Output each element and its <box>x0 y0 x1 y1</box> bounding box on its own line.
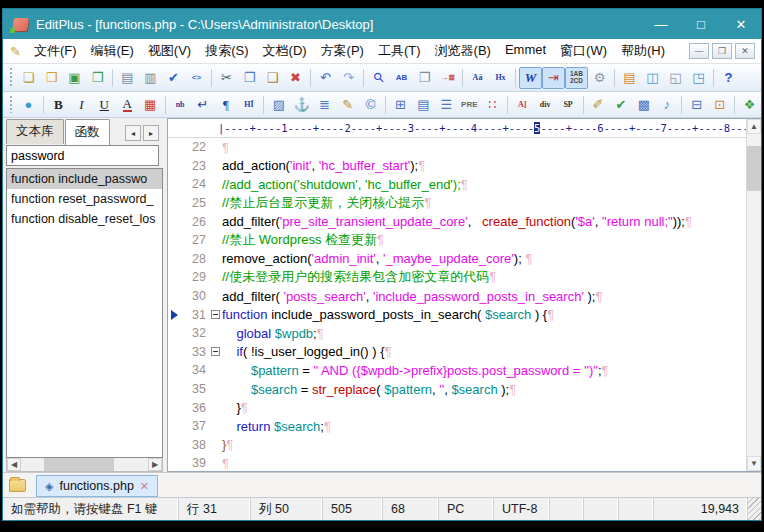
code-line[interactable]: 38}¶ <box>168 436 746 455</box>
insert-image-button[interactable]: ▨ <box>267 94 290 116</box>
function-list-item[interactable]: function disable_reset_los <box>7 209 162 229</box>
find-next-word-button[interactable]: AB <box>390 67 413 89</box>
line-numbers-button[interactable]: 1AB 2CD <box>565 67 588 89</box>
paragraph-button[interactable]: ¶ <box>214 94 237 116</box>
scrollbar-track[interactable] <box>747 134 761 456</box>
tab-scroll-left-icon[interactable]: ◂ <box>125 125 141 141</box>
save-button[interactable]: ▣ <box>63 67 86 89</box>
print-preview-button[interactable]: ▤ <box>116 67 139 89</box>
code-line[interactable]: 39¶ <box>168 454 746 471</box>
mdi-restore-button[interactable]: ❐ <box>712 43 732 59</box>
code-line[interactable]: 37 return $search;¶ <box>168 417 746 436</box>
mdi-close-button[interactable]: ✕ <box>735 43 755 59</box>
document-list-button[interactable]: ▤ <box>618 67 641 89</box>
code-line[interactable]: 24//add_action('shutdown', 'hc_buffer_en… <box>168 175 746 194</box>
scroll-down-icon[interactable]: ▼ <box>747 456 761 471</box>
span-tag-button[interactable]: SP <box>557 94 580 116</box>
list-button[interactable]: ∷ <box>481 94 504 116</box>
menu-item-project[interactable]: 方案(P) <box>314 39 371 63</box>
syntax-check-button[interactable]: ✔ <box>609 94 632 116</box>
code-line[interactable]: 34 $pattern = " AND ({$wpdb->prefix}post… <box>168 361 746 380</box>
code-line[interactable]: 29//使未登录用户的搜索结果包含加密文章的代码¶ <box>168 268 746 287</box>
new-file-button[interactable]: ❏ <box>17 67 40 89</box>
scrollbar-thumb[interactable] <box>44 458 114 471</box>
code-line[interactable]: 33 if( !is_user_logged_in() ) {¶ <box>168 343 746 362</box>
menu-item-browser[interactable]: 浏览器(B) <box>428 39 498 63</box>
function-list-item[interactable]: function reset_password_ <box>7 189 162 209</box>
radio-checkbox-button[interactable]: ⊡ <box>708 94 731 116</box>
code-line[interactable]: 25//禁止后台显示更新，关闭核心提示¶ <box>168 194 746 213</box>
preferences-gear-button[interactable]: ⚙ <box>588 67 611 89</box>
undo-button[interactable]: ↶ <box>314 67 337 89</box>
menu-item-file[interactable]: 文件(F) <box>27 39 84 63</box>
copy-button[interactable]: ❐ <box>238 67 261 89</box>
window-list-button[interactable]: ◫ <box>641 67 664 89</box>
word-wrap-button[interactable]: W <box>519 67 542 89</box>
tb1-drag-handle[interactable] <box>8 68 14 87</box>
tab-scroll-right-icon[interactable]: ▸ <box>143 125 159 141</box>
code-line[interactable]: 30add_filter( 'posts_search', 'include_p… <box>168 287 746 306</box>
redo-button[interactable]: ↷ <box>337 67 360 89</box>
scroll-up-icon[interactable]: ▲ <box>747 119 761 134</box>
scrollbar-track[interactable] <box>21 458 148 471</box>
named-anchor-button[interactable]: A] <box>511 94 534 116</box>
view-in-browser-button[interactable]: ● <box>17 94 40 116</box>
code-line[interactable]: 23add_action('init', 'hc_buffer_start');… <box>168 157 746 176</box>
cut-button[interactable]: ✂ <box>215 67 238 89</box>
heading-button[interactable]: HĪ <box>237 94 260 116</box>
table-button[interactable]: ⊞ <box>389 94 412 116</box>
find-button[interactable]: ⚲ <box>367 67 390 89</box>
fold-collapse-icon[interactable] <box>211 310 220 319</box>
insert-media-button[interactable]: ▩ <box>632 94 655 116</box>
context-help-button[interactable]: ? <box>717 67 740 89</box>
menu-item-search[interactable]: 搜索(S) <box>198 39 255 63</box>
div-align-button[interactable]: ▤ <box>412 94 435 116</box>
code-line[interactable]: 22¶ <box>168 138 746 157</box>
note-button[interactable]: ✎ <box>336 94 359 116</box>
close-tab-icon[interactable]: ✕ <box>140 480 149 493</box>
scrollbar-thumb[interactable] <box>747 146 761 191</box>
wrap-column-button[interactable]: ⇥ <box>542 67 565 89</box>
mdi-minimize-button[interactable]: — <box>689 43 709 59</box>
bold-button[interactable]: B <box>47 94 70 116</box>
delete-button[interactable]: ✖ <box>284 67 307 89</box>
horizontal-rule-button[interactable]: ≣ <box>313 94 336 116</box>
paste-button[interactable]: ❑ <box>261 67 284 89</box>
toggle-case-button[interactable]: Aā <box>466 67 489 89</box>
preformatted-button[interactable]: PRE <box>458 94 481 116</box>
menu-item-document[interactable]: 文档(D) <box>256 39 314 63</box>
line-break-button[interactable]: ↵ <box>192 94 215 116</box>
sidebar-tab-cliptext[interactable]: 文本库 <box>6 119 64 144</box>
code-line[interactable]: 32 global $wpdb;¶ <box>168 324 746 343</box>
fold-collapse-icon[interactable] <box>211 347 220 356</box>
cliptext-window-button[interactable]: ◱ <box>664 67 687 89</box>
sidebar-horizontal-scrollbar[interactable]: ◀ ▶ <box>6 458 163 472</box>
document-tab-functions-php[interactable]: ◈functions.php✕ <box>36 475 158 497</box>
italic-button[interactable]: I <box>70 94 93 116</box>
windows-colors-button[interactable]: ❖ <box>738 94 761 116</box>
code-surface[interactable]: 22¶23add_action('init', 'hc_buffer_start… <box>168 138 746 471</box>
underline-button[interactable]: U <box>93 94 116 116</box>
editor-vertical-scrollbar[interactable]: ▲ ▼ <box>746 119 761 471</box>
code-line[interactable]: 26add_filter('pre_site_transient_update_… <box>168 212 746 231</box>
div-tag-button[interactable]: div <box>534 94 557 116</box>
code-line[interactable]: 31function include_password_posts_in_sea… <box>168 305 746 324</box>
function-filter-input[interactable] <box>6 145 159 166</box>
folder-icon[interactable] <box>9 479 26 492</box>
anchor-button[interactable]: ⚓ <box>290 94 313 116</box>
spell-check-button[interactable]: ✔ <box>162 67 185 89</box>
browser-window-button[interactable]: ◳ <box>687 67 710 89</box>
resize-grip[interactable] <box>748 498 761 520</box>
maximize-button[interactable]: □ <box>681 9 721 39</box>
non-breaking-space-button[interactable]: nb <box>169 94 192 116</box>
print-button[interactable]: ▥ <box>139 67 162 89</box>
code-line[interactable]: 28remove_action('admin_init', '_maybe_up… <box>168 250 746 269</box>
menu-item-window[interactable]: 窗口(W) <box>553 39 614 63</box>
insert-music-button[interactable]: ♪ <box>655 94 678 116</box>
color-palette-button[interactable]: ▦ <box>139 94 162 116</box>
tb2-drag-handle[interactable] <box>8 96 14 114</box>
open-folder-button[interactable]: ❒ <box>40 67 63 89</box>
hex-viewer-button[interactable]: Hx <box>489 67 512 89</box>
copyright-button[interactable]: © <box>359 94 382 116</box>
scroll-left-icon[interactable]: ◀ <box>7 458 21 471</box>
